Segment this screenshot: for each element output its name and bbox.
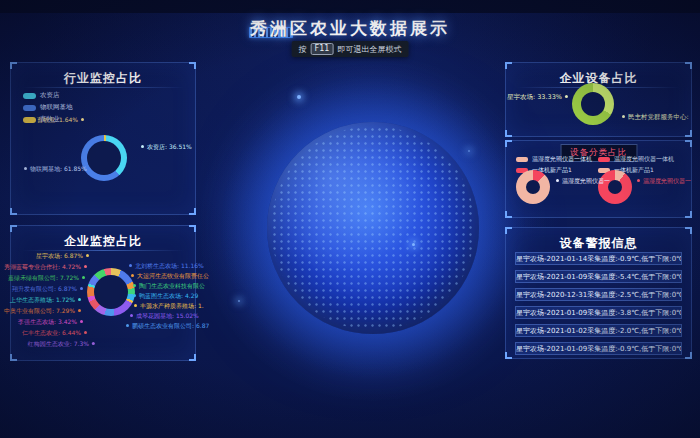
panel-title-enterprise: 企业监控占比 xyxy=(11,233,195,250)
chart-label: 秀湖蓝莓专业合作社: 4.72% xyxy=(4,263,87,271)
chart-label: 陶门生态农业科技有限公 xyxy=(133,282,205,290)
corner-accent xyxy=(505,211,512,218)
chart-label: 丰源水产种质养殖场: 1. xyxy=(134,302,204,310)
corner-accent xyxy=(685,211,692,218)
corner-accent xyxy=(685,227,692,234)
globe-visualization xyxy=(267,122,479,334)
legend-item[interactable]: 物联网基地 xyxy=(23,103,73,112)
corner-accent xyxy=(685,62,692,69)
panel-device-alarms: 设备警报信息 星宇农场-2021-01-14采集温度:-0.9℃,低于下限:0℃… xyxy=(505,227,692,359)
corner-accent xyxy=(685,352,692,359)
chart-label: 北刘桥生态农场: 11.16% xyxy=(129,262,204,270)
legend-item[interactable]: 畜牧业 xyxy=(23,115,73,124)
alarm-row: 星宇农场-2021-01-02采集温度:-2.0℃,低于下限:0℃ xyxy=(515,324,682,337)
chart-label: 鸭蓝图生态农场: 4.29 xyxy=(133,292,198,300)
corner-accent xyxy=(505,130,512,137)
industry-donut-chart[interactable] xyxy=(81,135,127,181)
legend-label: 物联网基地 xyxy=(40,103,73,112)
alarm-list: 星宇农场-2021-01-14采集温度:-0.9℃,低于下限:0℃ 星宇农场-2… xyxy=(515,252,682,355)
corner-accent xyxy=(10,225,17,232)
panel-device-category: 设备分类占比 温湿度光照仪器一体机 一体机新产品1 温湿度光照仪器一体机 xyxy=(505,140,692,218)
chart-label: 成琴花园基地: 15.02% xyxy=(130,312,199,320)
alarm-row: 星宇农场-2021-01-14采集温度:-0.9℃,低于下限:0℃ xyxy=(515,252,682,265)
device-donut-chart[interactable] xyxy=(572,83,614,125)
glow-dot xyxy=(297,95,301,99)
chart-label: 上华生态养殖场: 1.72% xyxy=(10,296,81,304)
legend-swatch-icon xyxy=(23,105,36,111)
corner-accent xyxy=(10,62,17,69)
panel-title-industry: 行业监控占比 xyxy=(11,70,195,87)
f11-keycap: F11 xyxy=(311,43,334,55)
glow-dot xyxy=(238,300,240,302)
alarm-row: 星宇农场-2021-01-09采集温度:-3.8℃,低于下限:0℃ xyxy=(515,306,682,319)
corner-accent xyxy=(189,208,196,215)
fullscreen-tip-suffix: 即可退出全屏模式 xyxy=(337,44,401,55)
panel-title-divider xyxy=(22,250,184,251)
glow-dot xyxy=(468,150,470,152)
panel-title-divider xyxy=(22,87,184,88)
legend-swatch-icon xyxy=(23,117,36,123)
chart-label: 大运河生态牧业有限责任公 xyxy=(131,272,209,280)
page-title: 秀洲区农业大数据展示 xyxy=(0,17,700,40)
fullscreen-tip-prefix: 按 xyxy=(299,44,307,55)
chart-label: 翔升发有限公司: 6.87% xyxy=(12,285,83,293)
alarm-row: 星宇农场-2021-01-09采集温度:-5.4℃,低于下限:0℃ xyxy=(515,270,682,283)
category-donut-right[interactable] xyxy=(598,170,632,204)
panel-title-alarms: 设备警报信息 xyxy=(506,235,691,252)
chart-label: 李强生态农场: 3.42% xyxy=(18,318,83,326)
panel-enterprise-monitor: 企业监控占比 星宇农场: 6.87% 秀湖蓝莓专业合作社: 4.72% 嘉绿禾绿… xyxy=(10,225,196,361)
chart-label: 温湿度光照仪器一 xyxy=(637,177,691,186)
chart-label: 中奥牛业有限公司: 7.29% xyxy=(4,307,81,315)
top-bar xyxy=(0,0,700,13)
panel-device-ratio: 企业设备占比 星宇农场: 33.33% 民主村党群服务中心: xyxy=(505,62,692,137)
chart-label: 民主村党群服务中心: xyxy=(622,113,689,121)
corner-accent xyxy=(505,227,512,234)
chart-label: 红梅园生态农业: 7.3% xyxy=(28,340,95,348)
corner-accent xyxy=(505,62,512,69)
chart-label: 星宇农场: 33.33% xyxy=(507,93,568,101)
legend-label: 温湿度光照仪器一体机 xyxy=(532,155,592,164)
industry-legend: 农资店 物联网基地 畜牧业 xyxy=(23,91,73,124)
glow-dot xyxy=(412,243,415,246)
legend-swatch-icon xyxy=(598,157,610,162)
corner-accent xyxy=(685,140,692,147)
category-donut-left[interactable] xyxy=(516,170,550,204)
legend-label: 农资店 xyxy=(40,91,60,100)
chart-label: 星宇农场: 6.87% xyxy=(36,252,89,260)
legend-swatch-icon xyxy=(23,93,36,99)
corner-accent xyxy=(189,62,196,69)
chart-label: 物联网基地: 61.85% xyxy=(24,165,87,173)
legend-item[interactable]: 温湿度光照仪器一体机 xyxy=(598,155,674,164)
chart-label: 温湿度光照仪器一 xyxy=(556,177,610,186)
legend-label: 畜牧业 xyxy=(40,115,60,124)
corner-accent xyxy=(189,225,196,232)
fullscreen-tip: 按 F11 即可退出全屏模式 xyxy=(292,41,409,57)
panel-industry-monitor: 行业监控占比 农资店 物联网基地 畜牧业 xyxy=(10,62,196,215)
corner-accent xyxy=(505,140,512,147)
chart-label: 农资店: 36.51% xyxy=(141,143,192,151)
legend-label: 温湿度光照仪器一体机 xyxy=(614,155,674,164)
corner-accent xyxy=(685,130,692,137)
dashboard-screen: 秀洲区农业大数据展示 按 F11 即可退出全屏模式 行业监控占比 农资店 物联网… xyxy=(0,0,700,438)
corner-accent xyxy=(10,208,17,215)
chart-label: 仁丰生态农业: 6.44% xyxy=(22,329,87,337)
corner-accent xyxy=(189,354,196,361)
corner-accent xyxy=(10,354,17,361)
alarm-row: 星宇农场-2021-01-09采集温度:-0.9℃,低于下限:0℃ xyxy=(515,342,682,355)
legend-item[interactable]: 农资店 xyxy=(23,91,73,100)
chart-label: 嘉绿禾绿有限公司: 7.72% xyxy=(8,274,85,282)
chart-label: 鹏硕生态农业有限公司: 6.87 xyxy=(126,322,209,330)
legend-item[interactable]: 温湿度光照仪器一体机 xyxy=(516,155,592,164)
legend-swatch-icon xyxy=(516,157,528,162)
corner-accent xyxy=(505,352,512,359)
enterprise-donut-chart[interactable] xyxy=(87,268,135,316)
alarm-row: 星宇农场-2020-12-31采集温度:-2.5℃,低于下限:0℃ xyxy=(515,288,682,301)
